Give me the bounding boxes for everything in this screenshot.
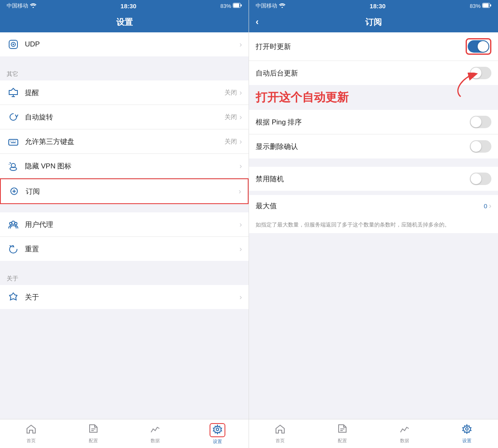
udp-chevron: ›: [239, 40, 242, 49]
right-home-tab-label: 首页: [276, 438, 285, 444]
right-settings-tab-icon: [461, 424, 472, 436]
auto-rotate-icon: [7, 110, 20, 124]
udp-icon: [7, 38, 20, 51]
reminder-value: 关闭: [225, 89, 237, 97]
about-section-header: 关于: [0, 269, 249, 285]
left-tab-data[interactable]: 数据: [124, 419, 187, 448]
reminder-item[interactable]: 提醒 关闭 ›: [0, 80, 249, 105]
reminder-chevron: ›: [239, 88, 242, 97]
reset-item[interactable]: 重置 ›: [0, 237, 249, 261]
disable-random-label: 禁用随机: [256, 174, 470, 184]
reminder-icon: [7, 86, 20, 99]
left-tab-bar: 首页 配置 数据: [0, 419, 249, 448]
reminder-label: 提醒: [25, 88, 225, 97]
left-tab-settings[interactable]: 设置: [186, 419, 249, 448]
right-battery-percent: 83%: [470, 3, 481, 9]
svg-point-0: [33, 7, 34, 8]
svg-point-23: [282, 7, 283, 8]
subscription-item[interactable]: 订阅 ›: [0, 178, 249, 204]
max-value-item[interactable]: 最大值 0 ›: [249, 195, 498, 217]
third-keyboard-item[interactable]: 允许第三方键盘 关闭 ›: [0, 129, 249, 154]
red-arrow: [369, 73, 494, 97]
more-list-group: 用户代理 › 重置 ›: [0, 212, 249, 261]
right-data-tab-label: 数据: [400, 438, 409, 444]
about-chevron: ›: [239, 293, 242, 302]
right-status-right: 83%: [470, 3, 491, 9]
right-tab-data[interactable]: 数据: [374, 419, 436, 448]
svg-rect-2: [234, 3, 239, 7]
udp-group: UDP ›: [0, 32, 249, 56]
left-nav-bar: 设置: [0, 12, 249, 32]
left-time: 18:30: [120, 2, 136, 10]
delete-confirm-toggle[interactable]: [470, 140, 491, 153]
reset-chevron: ›: [239, 245, 242, 253]
description-text: 如指定了最大数量，但服务端返回了多于这个数量的条数时，应随机丢掉多余的。: [249, 217, 498, 233]
left-tab-config[interactable]: 配置: [62, 419, 124, 448]
left-battery-icon: [233, 3, 242, 9]
left-battery-percent: 83%: [220, 3, 231, 9]
about-item[interactable]: 关于 ›: [0, 285, 249, 309]
about-list-group: 关于 ›: [0, 285, 249, 309]
subscription-chevron: ›: [239, 187, 241, 196]
left-phone-panel: 中国移动 18:30 83% 设置: [0, 0, 249, 448]
right-tab-home[interactable]: 首页: [249, 419, 311, 448]
delete-confirm-knob: [471, 141, 481, 152]
ping-sort-toggle[interactable]: [470, 116, 491, 128]
left-status-right: 83%: [220, 3, 242, 9]
right-gap-2: [249, 191, 498, 195]
left-settings-content: UDP › 其它 提醒 关闭 ›: [0, 32, 249, 419]
right-wifi-icon: [279, 3, 286, 9]
delete-confirm-item: 显示删除确认: [249, 134, 498, 158]
right-settings-tab-label: 设置: [462, 438, 471, 444]
max-value-group: 最大值 0 ›: [249, 195, 498, 217]
subscription-icon: [7, 185, 21, 198]
right-config-tab-icon: [337, 424, 348, 436]
svg-point-22: [216, 428, 219, 431]
user-proxy-label: 用户代理: [25, 220, 239, 229]
udp-item[interactable]: UDP ›: [0, 32, 249, 56]
disable-random-toggle[interactable]: [470, 173, 491, 185]
ping-sort-knob: [471, 117, 481, 127]
left-nav-title: 设置: [116, 17, 133, 28]
open-update-item: 打开时更新: [249, 32, 498, 61]
svg-point-30: [466, 428, 468, 430]
right-nav-title: 订阅: [365, 17, 382, 28]
svg-point-19: [15, 222, 17, 225]
other-section-header: 其它: [0, 65, 249, 80]
right-carrier: 中国移动: [256, 2, 277, 10]
back-button[interactable]: ‹: [256, 17, 259, 27]
right-status-left: 中国移动: [256, 2, 286, 10]
open-update-toggle[interactable]: [468, 40, 489, 53]
gap-3: [0, 261, 249, 269]
hide-vpn-chevron: ›: [239, 162, 242, 170]
other-list-group: 提醒 关闭 › 自动旋转 关闭 ›: [0, 80, 249, 204]
home-tab-icon: [26, 424, 37, 436]
right-tab-config[interactable]: 配置: [311, 419, 374, 448]
disable-random-knob: [471, 173, 481, 184]
right-data-tab-icon: [399, 424, 410, 436]
ping-sort-item: 根据 Ping 排序: [249, 110, 498, 134]
auto-rotate-value: 关闭: [225, 113, 237, 121]
reset-icon: [7, 242, 20, 256]
svg-rect-25: [483, 3, 489, 7]
left-status-left: 中国移动: [7, 2, 37, 10]
disable-random-item: 禁用随机: [249, 167, 498, 191]
user-proxy-item[interactable]: 用户代理 ›: [0, 212, 249, 237]
home-tab-label: 首页: [27, 438, 36, 444]
settings-tab-label: 设置: [213, 438, 222, 445]
open-update-knob: [478, 41, 488, 52]
third-keyboard-value: 关闭: [225, 138, 237, 146]
ping-sort-label: 根据 Ping 排序: [256, 117, 470, 127]
hide-vpn-item[interactable]: 隐藏 VPN 图标 ›: [0, 154, 249, 178]
third-keyboard-chevron: ›: [239, 137, 242, 146]
right-tab-bar: 首页 配置 数据: [249, 419, 498, 448]
svg-rect-26: [490, 4, 491, 6]
right-tab-settings[interactable]: 设置: [436, 419, 498, 448]
right-status-bar: 中国移动 18:30 83%: [249, 0, 498, 12]
random-group: 禁用随机: [249, 167, 498, 191]
keyboard-icon: [7, 135, 20, 148]
sort-group: 根据 Ping 排序 显示删除确认: [249, 110, 498, 158]
subscription-label: 订阅: [26, 187, 239, 196]
auto-rotate-item[interactable]: 自动旋转 关闭 ›: [0, 105, 249, 129]
left-tab-home[interactable]: 首页: [0, 419, 62, 448]
